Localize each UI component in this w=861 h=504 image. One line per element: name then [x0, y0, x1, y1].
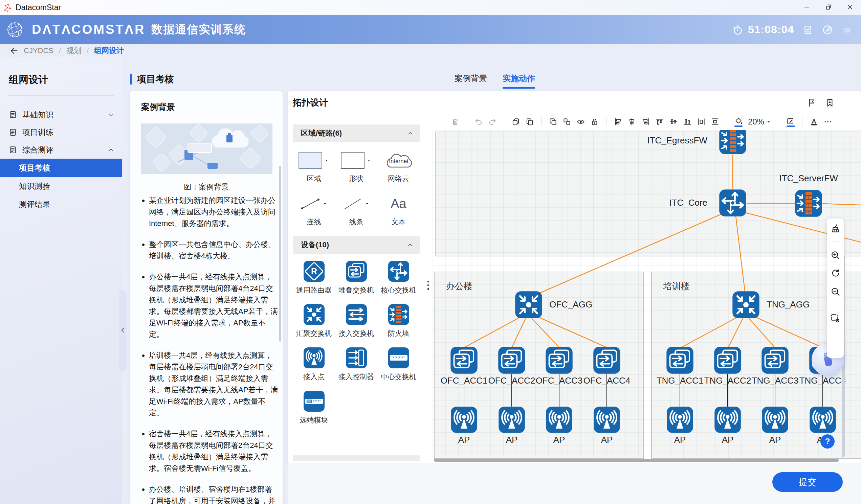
toolbar-align-middle-v-button[interactable]: [669, 117, 678, 126]
minimize-button[interactable]: [796, 0, 818, 15]
submit-button[interactable]: 提交: [772, 472, 843, 492]
canvas-zoom-out-button[interactable]: [830, 286, 840, 297]
sidebar-collapse-handle[interactable]: [119, 290, 126, 372]
palette-item-area[interactable]: 区域: [299, 149, 329, 183]
canvas-screenshot-button[interactable]: [830, 313, 840, 323]
toolbar-align-left-button[interactable]: [614, 117, 623, 126]
collect-icon[interactable]: [825, 98, 835, 108]
node-OFC_AP1[interactable]: [450, 406, 478, 433]
node-TNG_ACC2[interactable]: [714, 346, 741, 374]
node-TNG_AP2[interactable]: [714, 406, 741, 433]
toolbar-redo-button[interactable]: [488, 117, 497, 126]
palette-item-firewall[interactable]: 防火墙: [388, 304, 410, 338]
menu-icon[interactable]: [842, 25, 852, 35]
node-OFC_AP2[interactable]: [498, 406, 525, 433]
node-TNG_AGG[interactable]: [732, 291, 760, 319]
dropdown-caret-icon[interactable]: [322, 201, 328, 206]
toolbar-align-bottom-button[interactable]: [683, 117, 692, 126]
palette-item-agg-switch[interactable]: 汇聚交换机: [296, 304, 332, 338]
sidebar-subitem-知识测验[interactable]: 知识测验: [0, 177, 122, 195]
back-button[interactable]: [9, 46, 18, 55]
toolbar-align-right-button[interactable]: [641, 117, 650, 126]
tab-bar: 案例背景 实施动作: [454, 73, 535, 89]
topology-canvas[interactable]: 办公楼培训楼ITC_EgressFWITC_CoreITC_ServerFWOF…: [433, 130, 861, 460]
close-button[interactable]: [839, 0, 861, 15]
report-icon[interactable]: [803, 25, 813, 35]
flag-icon[interactable]: [807, 98, 816, 108]
tab-implementation[interactable]: 实施动作: [503, 73, 535, 89]
toolbar-ungroup-button[interactable]: [562, 117, 571, 126]
toolbar-more-button[interactable]: [823, 117, 832, 126]
breadcrumb-item[interactable]: CJYDCS: [24, 46, 54, 55]
palette-item-cloud[interactable]: Internet网络云: [382, 149, 415, 183]
palette-item-ac[interactable]: 接入控制器: [339, 347, 374, 381]
palette-item-access-switch[interactable]: 接入交换机: [339, 304, 374, 338]
palette-item-text[interactable]: Aa文本: [391, 192, 406, 227]
palette-resize-handle[interactable]: [427, 281, 429, 290]
sidebar-subitem-测评结果[interactable]: 测评结果: [0, 195, 122, 213]
palette-item-shape[interactable]: 形状: [341, 149, 372, 183]
toolbar-fill-button[interactable]: [734, 117, 743, 127]
breadcrumb-item[interactable]: 组网设计: [94, 46, 124, 56]
palette-item-center-switch[interactable]: 中心交换机: [381, 347, 416, 381]
palette-item-line[interactable]: 线条: [342, 192, 370, 227]
node-OFC_ACC4[interactable]: [593, 346, 621, 374]
palette-section-header[interactable]: 设备(10): [293, 236, 420, 254]
dropdown-caret-icon[interactable]: [365, 201, 370, 206]
sidebar-item-项目训练[interactable]: 项目训练: [0, 124, 122, 141]
node-TNG_ACC1[interactable]: [666, 346, 694, 374]
node-TNG_ACC3[interactable]: [761, 346, 789, 374]
toolbar-trash-button[interactable]: [451, 117, 460, 126]
canvas-clean-button[interactable]: [830, 223, 840, 234]
toolbar-copy-button[interactable]: [511, 117, 520, 126]
breadcrumb-item[interactable]: 规划: [66, 46, 81, 56]
node-OFC_AP3[interactable]: [546, 406, 573, 433]
toolbar-align-center-h-button[interactable]: [628, 117, 636, 126]
toolbar-edit-button[interactable]: [786, 117, 795, 127]
toolbar-text-color-button[interactable]: [809, 117, 818, 126]
zoom-level-dropdown[interactable]: 20%: [748, 117, 771, 126]
node-TNG_AP1[interactable]: [666, 406, 694, 433]
palette-item-core-switch[interactable]: 核心交换机: [381, 261, 416, 295]
toolbar-distribute-v-button[interactable]: [711, 117, 720, 126]
case-panel-scrollbar[interactable]: [279, 166, 281, 342]
tools-icon[interactable]: [822, 25, 833, 35]
node-ITC_ServerFW[interactable]: [795, 190, 822, 217]
toolbar-eye-button[interactable]: [576, 117, 585, 126]
node-ITC_Core[interactable]: [719, 189, 747, 217]
palette-collapsed-section[interactable]: [293, 455, 420, 461]
node-OFC_AP4[interactable]: [593, 406, 620, 433]
node-OFC_ACC3[interactable]: [545, 346, 573, 374]
dropdown-caret-icon[interactable]: [366, 158, 372, 163]
sidebar-subitem-项目考核[interactable]: 项目考核: [0, 159, 122, 177]
maximize-button[interactable]: [818, 0, 839, 15]
palette-section-header[interactable]: 区域/链路(6): [293, 125, 420, 142]
canvas-zoom-in-button[interactable]: [830, 250, 840, 260]
node-OFC_ACC2[interactable]: [498, 346, 525, 374]
palette-item-router[interactable]: R通用路由器: [296, 261, 332, 295]
palette-item-remote-module[interactable]: 远端模块: [300, 390, 328, 425]
palette-item-stack-switch[interactable]: 堆叠交换机: [339, 261, 374, 295]
toolbar-undo-button[interactable]: [474, 117, 483, 126]
node-OFC_ACC1[interactable]: [450, 346, 478, 374]
node-OFC_AGG[interactable]: [515, 291, 543, 319]
node-TNG_AP3[interactable]: [762, 406, 789, 433]
toolbar-lock-button[interactable]: [590, 117, 599, 126]
toolbar-duplicate-button[interactable]: [525, 117, 534, 126]
doc-icon: [9, 111, 17, 119]
help-button[interactable]: ?: [820, 434, 835, 449]
sidebar-item-基础知识[interactable]: 基础知识: [0, 106, 122, 124]
toolbar-distribute-h-button[interactable]: [697, 117, 706, 126]
tab-case-background[interactable]: 案例背景: [454, 73, 487, 89]
node-TNG_AP4[interactable]: [809, 406, 836, 433]
sidebar-item-综合测评[interactable]: 综合测评: [0, 141, 122, 159]
canvas-rotate-left-button[interactable]: [830, 268, 840, 278]
dropdown-caret-icon[interactable]: [324, 158, 329, 163]
palette-item-connector[interactable]: 连线: [300, 192, 328, 227]
toolbar-group-button[interactable]: [549, 117, 557, 126]
palette-item-ap[interactable]: 接入点: [303, 347, 325, 381]
node-ITC_EgressFW[interactable]: [719, 130, 747, 155]
palette-item-label: 形状: [349, 174, 364, 183]
canvas-hscrollbar[interactable]: [434, 459, 839, 462]
toolbar-align-top-button[interactable]: [655, 117, 664, 126]
